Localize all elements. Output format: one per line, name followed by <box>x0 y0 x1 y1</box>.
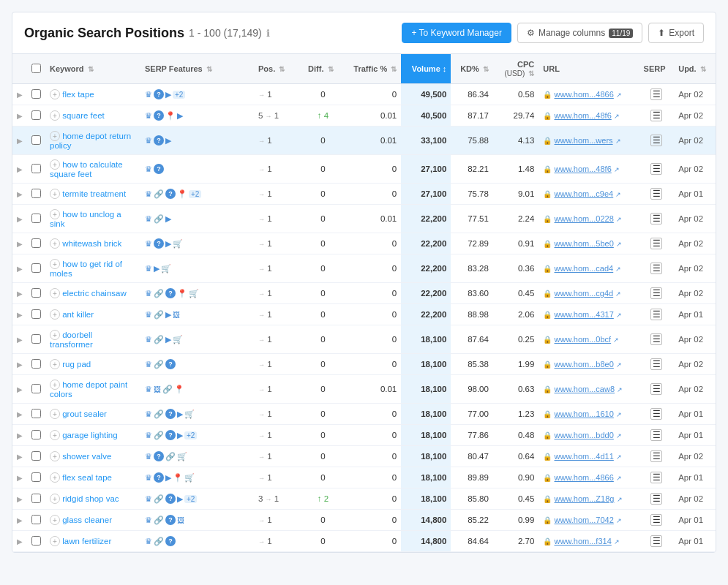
row-checkbox[interactable] <box>31 409 41 418</box>
serp-preview-cell[interactable]: ☰ <box>639 155 675 184</box>
th-serp-features[interactable]: SERP Features ⇅ <box>140 54 254 84</box>
add-icon[interactable]: + <box>50 288 60 298</box>
expand-cell[interactable]: ▶ <box>12 510 27 531</box>
external-link-icon[interactable]: ↗ <box>616 517 622 524</box>
external-link-icon[interactable]: ↗ <box>614 113 620 120</box>
url-link[interactable]: www.hom...wers <box>555 136 613 145</box>
serp-preview-icon[interactable]: ☰ <box>650 408 662 420</box>
external-link-icon[interactable]: ↗ <box>614 538 620 546</box>
expand-cell[interactable]: ▶ <box>12 354 27 375</box>
serp-preview-cell[interactable]: ☰ <box>639 354 675 375</box>
add-icon[interactable]: + <box>50 259 60 269</box>
keyword-link[interactable]: termite treatment <box>62 189 126 198</box>
checkbox-cell[interactable] <box>27 254 45 283</box>
expand-icon[interactable]: ▶ <box>17 240 23 248</box>
th-traffic[interactable]: Traffic % ⇅ <box>342 54 401 84</box>
th-pos[interactable]: Pos. ⇅ <box>254 54 304 84</box>
expand-cell[interactable]: ▶ <box>12 283 27 304</box>
url-link[interactable]: www.hom...5be0 <box>555 239 614 248</box>
add-icon[interactable]: + <box>50 238 60 249</box>
expand-cell[interactable]: ▶ <box>12 425 27 446</box>
expand-cell[interactable]: ▶ <box>12 404 27 425</box>
expand-icon[interactable]: ▶ <box>17 495 23 503</box>
add-icon[interactable]: + <box>50 189 60 199</box>
th-url[interactable]: URL <box>539 54 639 84</box>
info-icon[interactable]: ℹ <box>266 28 270 39</box>
keyword-link[interactable]: ridgid shop vac <box>62 494 119 503</box>
add-icon[interactable]: + <box>50 494 60 504</box>
expand-cell[interactable]: ▶ <box>12 184 27 205</box>
add-icon[interactable]: + <box>50 209 60 219</box>
manage-columns-button[interactable]: ⚙ Manage columns 11/19 <box>517 23 642 43</box>
th-kd[interactable]: KD% ⇅ <box>451 54 493 84</box>
add-icon[interactable]: + <box>50 472 60 483</box>
serp-preview-cell[interactable]: ☰ <box>639 105 675 127</box>
add-icon[interactable]: + <box>50 451 60 461</box>
checkbox-cell[interactable] <box>27 205 45 233</box>
expand-icon[interactable]: ▶ <box>17 516 23 524</box>
serp-preview-icon[interactable]: ☰ <box>650 333 662 345</box>
keyword-link[interactable]: flex tape <box>62 90 94 99</box>
external-link-icon[interactable]: ↗ <box>613 336 619 344</box>
url-link[interactable]: www.hom...4866 <box>555 90 614 99</box>
serp-preview-cell[interactable]: ☰ <box>639 84 675 105</box>
expand-icon[interactable]: ▶ <box>17 311 23 319</box>
row-checkbox[interactable] <box>31 164 41 173</box>
url-link[interactable]: www.hom...bdd0 <box>555 431 614 439</box>
checkbox-cell[interactable] <box>27 155 45 184</box>
checkbox-cell[interactable] <box>27 467 45 488</box>
expand-icon[interactable]: ▶ <box>17 537 23 546</box>
serp-preview-icon[interactable]: ☰ <box>650 88 662 100</box>
serp-preview-icon[interactable]: ☰ <box>650 535 662 547</box>
checkbox-cell[interactable] <box>27 105 45 127</box>
add-icon[interactable]: + <box>50 131 60 141</box>
keyword-link[interactable]: flex seal tape <box>62 473 112 482</box>
row-checkbox[interactable] <box>31 536 41 546</box>
external-link-icon[interactable]: ↗ <box>616 216 622 223</box>
serp-preview-cell[interactable]: ☰ <box>639 425 675 446</box>
keyword-manager-button[interactable]: + To Keyword Manager <box>402 23 511 43</box>
expand-icon[interactable]: ▶ <box>17 190 23 198</box>
th-serp[interactable]: SERP <box>639 54 675 84</box>
row-checkbox[interactable] <box>31 430 41 439</box>
expand-icon[interactable]: ▶ <box>17 165 23 173</box>
expand-icon[interactable]: ▶ <box>17 336 23 344</box>
th-checkbox[interactable] <box>27 54 45 84</box>
serp-preview-icon[interactable]: ☰ <box>650 493 662 505</box>
checkbox-cell[interactable] <box>27 84 45 105</box>
row-checkbox[interactable] <box>31 135 41 145</box>
add-icon[interactable]: + <box>50 380 60 390</box>
add-icon[interactable]: + <box>50 515 60 525</box>
add-icon[interactable]: + <box>50 359 60 369</box>
serp-preview-cell[interactable]: ☰ <box>639 304 675 325</box>
checkbox-cell[interactable] <box>27 404 45 425</box>
serp-preview-icon[interactable]: ☰ <box>650 238 662 249</box>
row-checkbox[interactable] <box>31 214 41 223</box>
serp-preview-icon[interactable]: ☰ <box>650 213 662 224</box>
th-upd[interactable]: Upd. ⇅ <box>674 54 716 84</box>
serp-preview-cell[interactable]: ☰ <box>639 446 675 467</box>
external-link-icon[interactable]: ↗ <box>616 361 622 369</box>
keyword-link[interactable]: electric chainsaw <box>62 289 127 298</box>
serp-preview-cell[interactable]: ☰ <box>639 467 675 488</box>
url-link[interactable]: www.hom...1610 <box>555 410 614 418</box>
row-checkbox[interactable] <box>31 472 41 482</box>
add-icon[interactable]: + <box>50 89 60 99</box>
checkbox-cell[interactable] <box>27 531 45 552</box>
url-link[interactable]: www.hom...0228 <box>555 214 614 223</box>
external-link-icon[interactable]: ↗ <box>615 290 621 298</box>
add-icon[interactable]: + <box>50 409 60 419</box>
serp-preview-cell[interactable]: ☰ <box>639 375 675 404</box>
add-icon[interactable]: + <box>50 330 60 340</box>
add-icon[interactable]: + <box>50 309 60 320</box>
url-link[interactable]: www.hom...f314 <box>555 537 612 546</box>
expand-icon[interactable]: ▶ <box>17 385 23 393</box>
url-link[interactable]: www.hom...0bcf <box>555 335 612 344</box>
expand-cell[interactable]: ▶ <box>12 233 27 254</box>
url-link[interactable]: www.hom...4d11 <box>555 452 614 461</box>
checkbox-cell[interactable] <box>27 184 45 205</box>
keyword-link[interactable]: grout sealer <box>62 410 107 418</box>
th-cpc[interactable]: CPC (USD) ⇅ <box>493 54 539 84</box>
url-link[interactable]: www.hom...4866 <box>555 473 614 482</box>
checkbox-cell[interactable] <box>27 283 45 304</box>
